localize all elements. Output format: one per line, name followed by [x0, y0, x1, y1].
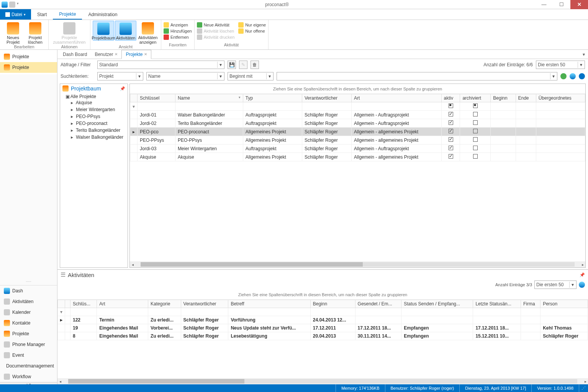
- table-row[interactable]: Jordi-03Meier WintergartenAuftragsprojek…: [130, 144, 585, 153]
- col-header[interactable]: Verantwortlicher: [181, 300, 228, 308]
- save-filter-button[interactable]: 💾: [228, 61, 236, 69]
- activities-refresh-button[interactable]: [579, 282, 585, 288]
- aktivitaeten-anzeigen-button[interactable]: Aktivitäten anzeigen: [137, 21, 159, 44]
- neues-projekt-button[interactable]: Neues Projekt: [2, 21, 24, 44]
- table-row[interactable]: 19Eingehendes MailVorberei...Schläpfer R…: [58, 324, 588, 332]
- table-row[interactable]: Jordi-02Terito BalkongeländerAuftragspro…: [130, 119, 585, 128]
- col-header[interactable]: Ende: [516, 94, 536, 102]
- projektbaum-button[interactable]: Projektbaum: [93, 21, 114, 41]
- nav-item-dash[interactable]: Dash: [0, 285, 57, 296]
- projects-horizontal-scroll[interactable]: ◂▸: [130, 261, 585, 267]
- col-header[interactable]: Übergeordnetes: [536, 94, 585, 102]
- projekt-loeschen-button[interactable]: Projekt löschen: [25, 21, 46, 44]
- col-header[interactable]: Status Senden / Empfang...: [401, 300, 473, 308]
- qat-icon-2[interactable]: [9, 2, 15, 8]
- table-row[interactable]: ▸PEO-pcoPEO-proconactAllgemeines Projekt…: [130, 128, 585, 136]
- col-header[interactable]: Beginn: [310, 300, 355, 308]
- col-header[interactable]: aktiv: [441, 94, 460, 102]
- nav-item-kontakte[interactable]: Kontakte: [0, 318, 57, 328]
- col-header[interactable]: Letzte Statusän...: [473, 300, 521, 308]
- close-icon[interactable]: ✕: [144, 52, 147, 56]
- activities-pagesize-select[interactable]: Die ersten 50▾: [534, 280, 577, 289]
- activities-horizontal-scroll[interactable]: ◂▸: [57, 378, 588, 384]
- fav-hinzufuegen[interactable]: Hinzufügen: [164, 28, 192, 34]
- tab-administration[interactable]: Administration: [82, 9, 123, 20]
- search-entity-select[interactable]: Projekt▾: [97, 72, 143, 80]
- refresh-button[interactable]: [570, 73, 576, 79]
- search-operator-select[interactable]: Beginnt mit▾: [228, 72, 274, 80]
- col-header[interactable]: Firma: [521, 300, 540, 308]
- table-row[interactable]: PEO-PPsysPEO-PPsysAllgemeines ProjektSch…: [130, 136, 585, 144]
- status-resize-grip[interactable]: ⋰: [579, 384, 588, 392]
- activities-grid[interactable]: Schlüs...ArtKategorieVerantwortlicherBet…: [57, 300, 588, 378]
- tabs-menu-icon[interactable]: ▾: [580, 52, 588, 57]
- globe-button[interactable]: [579, 73, 585, 79]
- search-field-select[interactable]: Name▾: [146, 72, 224, 80]
- tab-dashboard[interactable]: Dash Board: [59, 50, 91, 59]
- nav-item-documentmanagement[interactable]: Documentmanagement: [0, 361, 57, 371]
- nav-item-phone manager[interactable]: Phone Manager: [0, 339, 57, 350]
- col-header[interactable]: Person: [541, 300, 588, 308]
- nav-item-kalender[interactable]: Kalender: [0, 307, 57, 318]
- edit-filter-button[interactable]: ✎: [239, 61, 247, 69]
- col-header[interactable]: Betreff: [228, 300, 310, 308]
- nur-offene[interactable]: Nur offene: [238, 28, 266, 34]
- left-projekte-2[interactable]: Projekte: [0, 62, 57, 73]
- tree-item[interactable]: ▸ PEO-proconact: [71, 120, 128, 127]
- table-row[interactable]: Jordi-01Walser BalkongeländerAuftragspro…: [130, 111, 585, 119]
- tab-projekte[interactable]: Projekte: [53, 9, 82, 20]
- projekt-loeschen-icon: [29, 22, 41, 34]
- group-label-bearbeiten: Bearbeiten: [2, 44, 46, 49]
- nav-item-aktivitäten[interactable]: Aktivitäten: [0, 296, 57, 307]
- tab-start[interactable]: Start: [31, 9, 53, 20]
- col-header[interactable]: Typ: [243, 94, 302, 102]
- col-header[interactable]: archiviert: [460, 94, 491, 102]
- filter-abfrage-select[interactable]: Standard▾: [97, 61, 224, 69]
- tree-item[interactable]: ▸ Walser Balkongeländer: [71, 134, 128, 141]
- search-value-input[interactable]: ▾: [277, 72, 557, 80]
- table-row[interactable]: 8Eingehendes MailZu erledi...Schläpfer R…: [58, 332, 588, 340]
- qat-icon-1[interactable]: [2, 2, 8, 8]
- maximize-button[interactable]: ☐: [553, 0, 570, 9]
- col-header[interactable]: Name▾: [175, 94, 243, 102]
- col-header[interactable]: Schlüs...: [70, 300, 97, 308]
- col-header[interactable]: Art: [352, 94, 442, 102]
- fav-entfernen[interactable]: Entfernen: [164, 34, 192, 40]
- minimize-button[interactable]: —: [535, 0, 553, 9]
- col-header[interactable]: Gesendet / Em...: [355, 300, 401, 308]
- group-drop-hint[interactable]: Ziehen Sie eine Spaltenüberschrift in di…: [130, 84, 585, 94]
- projects-grid[interactable]: SchlüsselName▾TypVerantwortlicherArtakti…: [130, 94, 585, 261]
- col-header[interactable]: Schlüssel: [138, 94, 175, 102]
- col-header[interactable]: Kategorie: [148, 300, 181, 308]
- tree-item[interactable]: ▸ Meier Wintergarten: [71, 106, 128, 113]
- nav-item-workflow[interactable]: Workflow: [0, 371, 57, 382]
- resize-dots[interactable]: ·····: [0, 278, 57, 285]
- delete-filter-button[interactable]: 🗑: [251, 61, 259, 69]
- tab-benutzer[interactable]: Benutzer✕: [91, 50, 121, 59]
- table-row[interactable]: ▸122TerminZu erledi...Schläpfer RogerVor…: [58, 316, 588, 324]
- file-tab[interactable]: Datei▾: [0, 9, 31, 20]
- tab-projekte[interactable]: Projekte✕: [121, 50, 151, 59]
- col-header[interactable]: Beginn: [491, 94, 516, 102]
- tree-root[interactable]: ▣ Alle Projekte ▸ Akquise▸ Meier Winterg…: [66, 93, 128, 141]
- nav-item-event[interactable]: Event: [0, 350, 57, 361]
- col-header[interactable]: Art: [97, 300, 148, 308]
- add-criteria-button[interactable]: [560, 73, 567, 79]
- close-icon[interactable]: ✕: [115, 52, 118, 56]
- tree-item[interactable]: ▸ PEO-PPsys: [71, 113, 128, 120]
- activities-group-hint[interactable]: Ziehen Sie eine Spaltenüberschrift in di…: [57, 290, 588, 300]
- close-button[interactable]: ✕: [570, 0, 588, 9]
- table-row[interactable]: AkquiseAkquiseAllgemeines ProjektSchläpf…: [130, 153, 585, 161]
- left-projekte-1[interactable]: Projekte: [0, 51, 57, 62]
- tree-item[interactable]: ▸ Akquise: [71, 99, 128, 106]
- pin-icon[interactable]: 📌: [120, 86, 125, 91]
- nav-item-projekte[interactable]: Projekte: [0, 328, 57, 339]
- col-header[interactable]: Verantwortlicher: [302, 94, 351, 102]
- neue-aktivitaet[interactable]: Neue Aktivität: [197, 22, 235, 28]
- pin-icon[interactable]: 📌: [580, 272, 585, 277]
- fav-anzeigen[interactable]: Anzeigen: [164, 22, 192, 28]
- aktivitaeten-button[interactable]: Aktivitäten: [115, 21, 136, 41]
- page-size-select[interactable]: Die ersten 50▾: [536, 61, 585, 69]
- nur-eigene[interactable]: Nur eigene: [238, 22, 266, 28]
- tree-item[interactable]: ▸ Terito Balkongeländer: [71, 127, 128, 134]
